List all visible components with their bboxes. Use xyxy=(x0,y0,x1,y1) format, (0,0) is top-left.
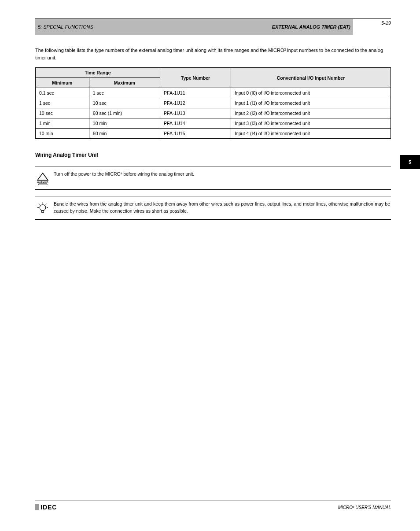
tip-divider-top xyxy=(35,196,391,196)
lightbulb-icon xyxy=(36,201,54,216)
cell: 10 sec xyxy=(36,108,89,118)
cell: 10 min xyxy=(89,118,160,129)
svg-point-1 xyxy=(40,205,46,211)
svg-text:WARNING: WARNING xyxy=(37,181,48,184)
tip-callout: Bundle the wires from the analog timer u… xyxy=(35,198,391,218)
table-row: 1 sec 10 sec PFA-1U12 Input 1 (I1) of I/… xyxy=(36,98,391,108)
cell: Input 4 (I4) of I/O interconnected unit xyxy=(231,129,391,139)
logo-text: IDEC xyxy=(41,504,57,511)
table-header-row: Time Range Type Number Conventional I/O … xyxy=(36,68,391,78)
table-row: 0.1 sec 1 sec PFA-1U11 Input 0 (I0) of I… xyxy=(36,88,391,98)
cell: PFA-1U11 xyxy=(160,88,231,98)
page-footer: IDEC MICRO³ USER'S MANUAL xyxy=(35,501,391,511)
warning-icon: WARNING xyxy=(36,171,54,186)
cell: Input 0 (I0) of I/O interconnected unit xyxy=(231,88,391,98)
warning-divider-top xyxy=(35,166,391,166)
cell: PFA-1U15 xyxy=(160,129,231,139)
tip-text: Bundle the wires from the analog timer u… xyxy=(54,201,390,215)
chapter-label: 5: SPECIAL FUNCTIONS xyxy=(38,24,93,30)
svg-rect-2 xyxy=(42,210,44,213)
page-number: 5-19 xyxy=(381,20,391,26)
warning-divider-bottom xyxy=(35,189,391,190)
page-header: 5: SPECIAL FUNCTIONS EXTERNAL ANALOG TIM… xyxy=(35,18,391,35)
table-row: 10 sec 60 sec (1 min) PFA-1U13 Input 2 (… xyxy=(36,108,391,118)
section-title: EXTERNAL ANALOG TIMER (EAT) xyxy=(272,24,350,30)
cell: 1 sec xyxy=(89,88,160,98)
timer-range-table: Time Range Type Number Conventional I/O … xyxy=(35,67,391,139)
cell: Input 1 (I1) of I/O interconnected unit xyxy=(231,98,391,108)
cell: 10 sec xyxy=(89,98,160,108)
svg-line-5 xyxy=(46,204,47,205)
cell: Input 3 (I3) of I/O interconnected unit xyxy=(231,118,391,129)
cell: 60 sec (1 min) xyxy=(89,108,160,118)
table-row: 1 min 10 min PFA-1U14 Input 3 (I3) of I/… xyxy=(36,118,391,129)
tip-divider-bottom xyxy=(35,219,391,220)
cell: Input 2 (I2) of I/O interconnected unit xyxy=(231,108,391,118)
col-type: Type Number xyxy=(160,68,231,88)
cell: PFA-1U14 xyxy=(160,118,231,129)
cell: 0.1 sec xyxy=(36,88,89,98)
cell: 60 min xyxy=(89,129,160,139)
subheading: Wiring Analog Timer Unit xyxy=(35,152,391,158)
manual-title: MICRO³ USER'S MANUAL xyxy=(338,505,391,510)
warning-text: Turn off the power to the MICRO³ before … xyxy=(54,171,390,178)
svg-line-4 xyxy=(39,204,40,205)
col-max: Maximum xyxy=(89,78,160,88)
warning-callout: WARNING Turn off the power to the MICRO³… xyxy=(35,168,391,188)
col-input: Conventional I/O Input Number xyxy=(231,68,391,88)
cell: 1 min xyxy=(36,118,89,129)
intro-paragraph: The following table lists the type numbe… xyxy=(35,47,391,61)
cell: PFA-1U12 xyxy=(160,98,231,108)
chapter-tab: 5 xyxy=(400,155,420,169)
logo-mark xyxy=(35,504,39,510)
header-rule xyxy=(35,35,391,35)
cell: 1 sec xyxy=(36,98,89,108)
cell: 10 min xyxy=(36,129,89,139)
col-time-range: Time Range xyxy=(36,68,160,78)
cell: PFA-1U13 xyxy=(160,108,231,118)
col-min: Minimum xyxy=(36,78,89,88)
table-row: 10 min 60 min PFA-1U15 Input 4 (I4) of I… xyxy=(36,129,391,139)
brand-logo: IDEC xyxy=(35,504,57,511)
